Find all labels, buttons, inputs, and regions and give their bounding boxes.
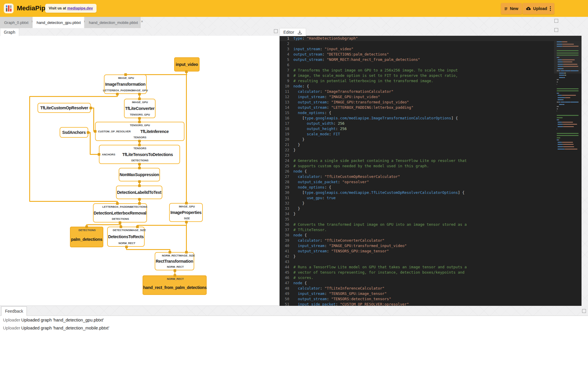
code-text: calculator: "TfLiteConverterCalculator" (293, 238, 385, 243)
code-line-24: 24# Generates a single side packet conta… (280, 158, 582, 163)
graph-node-palm_detections[interactable]: DETECTIONSpalm_detections (70, 227, 103, 247)
node-label: RectTransformation (155, 259, 194, 264)
code-text: # scores. (293, 275, 313, 280)
graph-node-DetectionLetterboxRemoval[interactable]: LETTERBOX_PADDINGDETECTIONSDETECTIONSDet… (93, 203, 147, 223)
editor-popout-icon[interactable] (554, 28, 558, 32)
port-label-IMAGE_GPU: IMAGE_GPU (132, 101, 148, 104)
code-text: node { (293, 233, 307, 238)
graph-node-ImageTransformation[interactable]: IMAGE_GPULETTERBOX_PADDINGIMAGE_GPUImage… (104, 74, 147, 94)
code-line-43: 43 (280, 259, 582, 264)
code-line-37: 37# TfLiteTensor. (280, 227, 582, 233)
code-line-6: 6 (280, 62, 582, 68)
code-line-48: 48 calculator: "TfLiteInferenceCalculato… (280, 286, 582, 291)
file-tab-hand_detection_gpu.pbtxt[interactable]: hand_detection_gpu.pbtxt× (32, 17, 84, 28)
graph-edge (93, 108, 94, 131)
code-line-41: 41 output_stream: "TENSORS_GPU:image_ten… (280, 249, 582, 254)
code-line-10: 10node: { (280, 84, 582, 89)
upload-menu-kebab-icon[interactable] (550, 6, 551, 11)
upload-button[interactable]: Upload (522, 3, 554, 14)
code-line-21: 21 } (280, 142, 582, 147)
feedback-row: UploaderUploaded graph 'hand_detection_m… (0, 326, 588, 333)
code-line-29: 29 node_options: { (280, 185, 582, 190)
code-text: use_gpu: true (293, 195, 336, 201)
node-label: TfLiteConverter (125, 106, 155, 111)
graph-node-TfLiteTensorsToDetections[interactable]: TENSORSDETECTIONSANCHORSTfLiteTensorsToD… (99, 145, 180, 164)
graph-node-DetectionsToRects[interactable]: DETECTIONSIMAGE_SIZENORM_RECTDetectionsT… (107, 227, 145, 247)
file-tab-Graph_0.pbtxt[interactable]: Graph_0.pbtxt× (0, 17, 32, 28)
tab-feedback[interactable]: Feedback (1, 306, 27, 316)
code-text: node_options: { (293, 185, 331, 190)
graph-node-DetectionLabelIdToText[interactable]: DetectionLabelIdToText (116, 186, 162, 199)
graph-node-TfLiteInference[interactable]: TENSORS_GPUTENSORSCUSTOM_OP_RESOLVERTfLi… (95, 122, 184, 141)
code-text: calculator: "TfLiteInferenceCalculator" (293, 286, 385, 291)
code-line-1: 1type: "HandDetectionSubgraph" (280, 36, 582, 41)
line-number: 38 (280, 233, 289, 238)
code-text: output_side_packet: "opresolver" (293, 179, 369, 185)
download-graph-icon[interactable] (297, 30, 302, 35)
line-number: 16 (280, 116, 289, 121)
code-line-2: 2 (280, 41, 582, 46)
code-text: node_options: { (293, 110, 331, 116)
line-number: 49 (280, 291, 289, 296)
code-text: # Transforms the input image on GPU to a… (293, 68, 458, 73)
line-number: 5 (280, 57, 289, 62)
code-text: output_stream: "IMAGE_GPU:transformed_in… (293, 100, 409, 105)
graph-node-SsdAnchors[interactable]: SsdAnchors (60, 127, 88, 138)
code-text: calculator: "TfLiteCustomOpResolverCalcu… (293, 174, 400, 179)
code-line-13: 13 output_stream: "IMAGE_GPU:transformed… (280, 100, 582, 105)
tabs-popout-icon[interactable] (554, 19, 558, 23)
line-number: 11 (280, 89, 289, 94)
line-number: 10 (280, 84, 289, 89)
code-line-16: 16 [type.googleapis.com/mediapipe.ImageT… (280, 116, 582, 121)
graph-node-TfLiteCustomOpResolver[interactable]: TfLiteCustomOpResolver (37, 103, 91, 113)
line-number: 15 (280, 110, 289, 116)
code-text: } (293, 206, 300, 211)
graph-node-ImageProperties[interactable]: IMAGE_GPUSIZEImageProperties (169, 203, 203, 222)
graph-node-input_video[interactable]: input_video (174, 57, 200, 72)
graph-node-NonMaxSuppression[interactable]: NonMaxSuppression (119, 168, 160, 181)
close-tab-icon[interactable]: × (141, 20, 143, 23)
mediapipe-dev-link[interactable]: mediapipe.dev (67, 6, 93, 10)
code-text: node { (293, 169, 307, 174)
graph-node-TfLiteConverter[interactable]: IMAGE_GPUTENSORS_GPUTfLiteConverter (124, 99, 156, 118)
node-label: DetectionLabelIdToText (117, 190, 162, 195)
new-button[interactable]: New (501, 3, 522, 14)
node-label: TfLiteTensorsToDetections (116, 152, 179, 157)
line-number: 27 (280, 174, 289, 179)
tab-graph[interactable]: Graph (0, 28, 19, 36)
line-number: 40 (280, 243, 289, 249)
code-editor[interactable]: 1type: "HandDetectionSubgraph"23input_st… (280, 36, 582, 306)
graph-popout-icon[interactable] (274, 29, 278, 33)
connector-dot (125, 246, 128, 248)
line-number: 2 (280, 41, 289, 46)
line-number: 32 (280, 201, 289, 206)
new-list-icon (504, 6, 507, 11)
node-label: TfLiteInference (125, 129, 184, 134)
port-label-SIZE: SIZE (184, 217, 190, 220)
graph-node-RectTransformation[interactable]: NORM_RECTIMAGE_SIZENORM_RECTRectTransfor… (155, 252, 194, 270)
file-tab-hand_detection_mobile.pbtxt[interactable]: hand_detection_mobile.pbtxt× (85, 17, 141, 28)
code-line-11: 11 calculator: "ImageTransformationCalcu… (280, 89, 582, 94)
code-line-50: 50 output_stream: "TENSORS:detection_ten… (280, 296, 582, 302)
line-number: 28 (280, 179, 289, 185)
graph-node-hand_rect_from_palm_detections[interactable]: NORM_RECThand_rect_from_palm_detections (143, 275, 207, 295)
tab-editor[interactable]: Editor (280, 28, 306, 36)
connector-dot (120, 225, 122, 228)
line-number: 23 (280, 153, 289, 158)
port-label-DETECTIONS: DETECTIONS (79, 229, 96, 232)
feedback-popout-icon[interactable] (582, 309, 586, 313)
connector-dot (138, 93, 141, 95)
port-label-DETECTIONS: DETECTIONS (130, 205, 147, 208)
code-line-8: 8# image, the scale_mode option is set t… (280, 73, 582, 78)
connector-dot (138, 117, 141, 120)
connector-dot (136, 225, 139, 228)
line-number: 8 (280, 73, 289, 78)
code-line-3: 3input_stream: "input_video" (280, 46, 582, 52)
connector-dot (116, 93, 119, 95)
code-text: input_stream: "IMAGE_GPU:transformed_inp… (293, 243, 407, 249)
code-line-38: 38node { (280, 233, 582, 238)
code-text: scale_mode: FIT (293, 131, 340, 137)
graph-canvas[interactable]: input_videoIMAGE_GPULETTERBOX_PADDINGIMA… (0, 36, 280, 306)
node-label: ImageProperties (170, 210, 202, 215)
code-line-30: 30 [type.googleapis.com/mediapipe.TfLite… (280, 190, 582, 195)
